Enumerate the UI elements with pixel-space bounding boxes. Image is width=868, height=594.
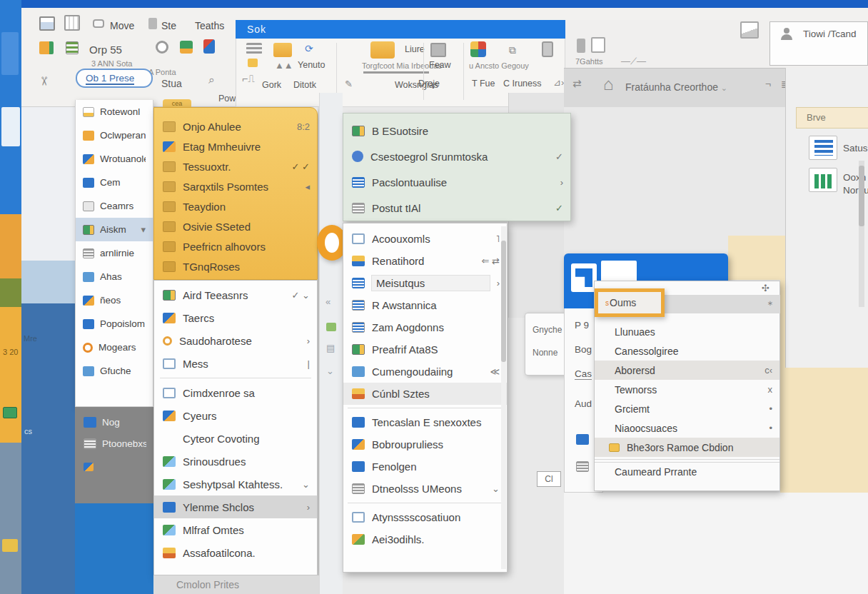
refresh-blue-icon[interactable]: ⟳	[305, 43, 313, 54]
chart-axis-icon[interactable]: ⌐⎍	[242, 73, 255, 85]
phone-icon[interactable]	[542, 41, 553, 57]
tool-icon-a[interactable]	[577, 39, 585, 53]
menu-item-mlfraf[interactable]: Mlfraf Omtes	[154, 518, 317, 541]
ditotk-label[interactable]: Ditotk	[293, 80, 316, 90]
flyout-item-aud[interactable]: Aud	[575, 398, 592, 409]
blue-grid-icon[interactable]	[576, 434, 589, 445]
flyout-item-cas[interactable]: Cas	[575, 368, 592, 380]
menu-item-etag[interactable]: Etag Mmheuivre	[154, 136, 317, 156]
menu-item-renatihord[interactable]: Renatihord⇐ ⇄	[343, 250, 507, 272]
sidebar-item-aiskm[interactable]: Aiskm▾	[76, 218, 153, 241]
scissors-icon[interactable]: ✂	[36, 76, 51, 86]
sidebar-item-mogears[interactable]: Mogears	[76, 336, 153, 359]
menu-item-caumeard[interactable]: Caumeard Prrante	[595, 462, 779, 481]
menu-item-aei3odihls[interactable]: Aei3odihls.	[343, 528, 507, 550]
image-icon[interactable]	[740, 21, 759, 39]
sidebar-item-wrotuanolemks[interactable]: Wrotuanolemks	[76, 147, 153, 171]
folder-yellow-icon[interactable]	[273, 43, 292, 57]
move-cross-icon[interactable]: ✣	[762, 283, 769, 293]
menu-item-cumengoudaiing[interactable]: Cumengoudaiing≪	[343, 361, 507, 383]
menu-item-csestoegrol[interactable]: Csestoegrol Srunmtoska✓	[343, 144, 570, 169]
center-menu-scrollbar[interactable]	[501, 226, 506, 569]
sync-icon[interactable]	[156, 41, 168, 54]
tool-icon-b[interactable]	[591, 37, 605, 53]
calendar-icon[interactable]	[64, 15, 80, 31]
letters-icon[interactable]: ▲▲	[275, 60, 293, 71]
account-box[interactable]: Tiowi /Tcand	[769, 21, 868, 66]
sidebar-item-ptoonebxs[interactable]: Ptoonebxs	[75, 431, 153, 455]
sidebar-item-ceamrs[interactable]: Ceamrs	[76, 194, 153, 218]
page-icon[interactable]	[148, 18, 157, 29]
tab-ste[interactable]: Ste	[161, 20, 176, 31]
cruness-label[interactable]: C Iruness	[503, 79, 542, 89]
menu-item-sarqxtils[interactable]: Sarqxtils Psomtes◂	[154, 176, 317, 196]
checkbox-cl[interactable]: Cl	[537, 471, 561, 487]
pow-label[interactable]: Pow	[218, 94, 236, 104]
clipboard-icon[interactable]	[430, 43, 446, 57]
sidebar-item-gfuche[interactable]: Gfuche	[76, 359, 153, 383]
menu-item-zam[interactable]: Zam Aogdonns	[343, 316, 507, 338]
home-icon[interactable]: ⌂	[603, 74, 614, 94]
list-small-icon[interactable]	[576, 461, 589, 472]
menu-item-saudoharotese[interactable]: Saudoharotese›	[154, 329, 317, 352]
menu-item-srinousdrues[interactable]: Srinousdrues	[154, 450, 317, 473]
menu-item-bhe3ors[interactable]: Bhe3ors Ramoe Cbdion	[595, 438, 779, 457]
menu-item-peefricn[interactable]: Peefricn alhovors	[154, 236, 317, 256]
droje-label[interactable]: Droje	[418, 79, 440, 89]
menu-item-tencaslan[interactable]: Tencaslan E snexoxtes	[343, 411, 507, 433]
layers-icon[interactable]	[246, 43, 262, 54]
right-panel-item-1[interactable]: Satus	[843, 143, 868, 153]
sidebar-item-neos[interactable]: ñeos	[76, 288, 153, 312]
swap-icon[interactable]: ⇄	[572, 77, 582, 90]
sidebar-item-nog[interactable]: Nog	[75, 407, 153, 431]
pen-icon[interactable]: ✎	[345, 79, 353, 89]
tab-teaths[interactable]: Teaths	[195, 20, 224, 31]
big-folder-icon[interactable]	[370, 41, 395, 59]
search-icon[interactable]: ⌕	[208, 74, 215, 86]
yellow-chip-icon[interactable]	[248, 59, 258, 67]
menu-item-tewnorss[interactable]: Tewnorssx	[595, 380, 779, 399]
menu-item-teaydion[interactable]: Teaydion	[154, 196, 317, 216]
menu-item-bobroupruliess[interactable]: Bobroupruliess	[343, 433, 507, 455]
sidebar-item-popoislom[interactable]: Popoislom	[76, 312, 153, 336]
menu-item-aborersd[interactable]: Aborersdc‹	[595, 361, 779, 380]
menu-item-assafoatilcona[interactable]: Assafoatilcona.	[154, 541, 317, 564]
liure-label[interactable]: Liure	[405, 44, 425, 54]
menu-item-dtneolsss[interactable]: Dtneolsss UMeons⌄	[343, 478, 507, 500]
menu-item-mess[interactable]: Mess|	[154, 352, 317, 375]
menu-item-llunuaes[interactable]: Llunuaes	[595, 322, 779, 341]
link-icon[interactable]: ⧉	[509, 44, 516, 56]
tfue-label[interactable]: T Fue	[472, 79, 495, 89]
breadcrumb[interactable]: Fratáunha Creorthoe ⌄	[625, 81, 727, 93]
sidebar-item-cem[interactable]: Cem	[76, 171, 153, 194]
menu-item-atynsssscosatiuon[interactable]: Atynsssscosatiuon	[343, 506, 507, 528]
stua-label[interactable]: Stua	[161, 78, 182, 89]
flyout-item-bog[interactable]: Bog	[575, 344, 592, 355]
menu-item-osivie[interactable]: Osivie SSeted	[154, 216, 317, 236]
menu-item-tgnqroses[interactable]: TGnqRoses	[154, 256, 317, 276]
gork-label[interactable]: Gork	[262, 80, 281, 90]
pin-icon[interactable]: ⊿›	[553, 77, 564, 88]
menu-item-cimdxenroe[interactable]: Cimdxenroe sa	[154, 381, 317, 404]
menu-item-preafrif[interactable]: Preafrif Ata8S	[343, 338, 507, 361]
tab-move[interactable]: Move	[110, 20, 134, 31]
menu-item-fenolgen[interactable]: Fenolgen	[343, 455, 507, 478]
sidebar-item-rotewonl[interactable]: Rotewonl	[76, 100, 153, 124]
menu-item-meisutqus[interactable]: Meisutqus›	[343, 272, 507, 294]
flyout-item-p9[interactable]: P 9	[575, 320, 589, 331]
indent-icon[interactable]: ¬	[765, 79, 771, 90]
menu-item-seshytpsal[interactable]: Seshytpsal Ktahtess.⌄	[154, 473, 317, 495]
center-menu-scrollbar-thumb[interactable]	[501, 241, 506, 362]
highlighted-field[interactable]: sOums	[595, 288, 665, 317]
chart-icon[interactable]	[809, 168, 837, 192]
menu-item-ylenme[interactable]: Ylenme Shclos›	[154, 495, 317, 518]
menu-item-tessuoxtr[interactable]: Tessuoxtr.✓ ✓	[154, 156, 317, 176]
menu-item-rawstannica[interactable]: R Awstannica	[343, 294, 507, 316]
menu-item-aird[interactable]: Aird Teeasnrs✓ ⌄	[154, 283, 317, 306]
grid-icon[interactable]	[39, 16, 55, 31]
mail-icon[interactable]	[93, 19, 104, 28]
sidebar-item-ahas[interactable]: Ahas	[76, 265, 153, 288]
menu-item-postut[interactable]: Postut tIAl✓	[343, 195, 570, 221]
report-icon[interactable]	[809, 136, 837, 160]
menu-item-taercs[interactable]: Taercs	[154, 306, 317, 329]
